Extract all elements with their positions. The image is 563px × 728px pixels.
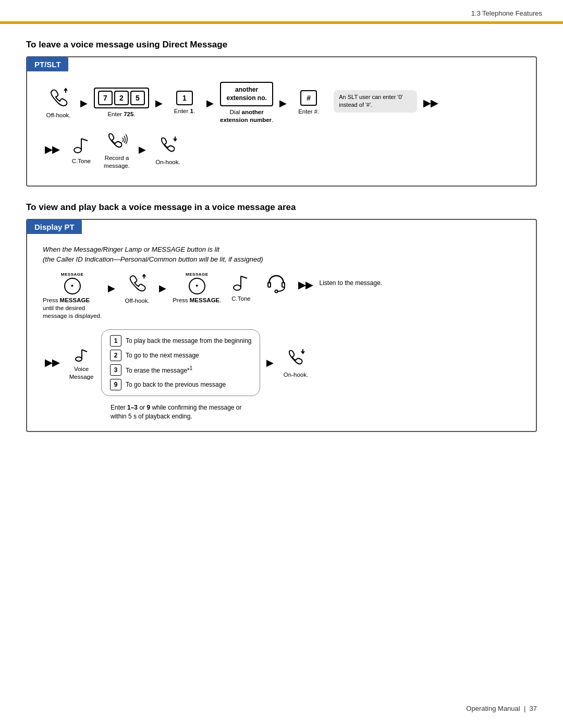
footer-text: Operating Manual [466, 705, 520, 712]
key-1-item: 1 Enter 1. [169, 91, 200, 115]
ctone-caption: C.Tone [72, 157, 91, 165]
msg-btn-2-item: MESSAGE ● Press MESSAGE. [173, 272, 221, 304]
flow-row-1: Off-hook. ▶ 7 2 5 Enter 725. ▶ [43, 82, 520, 124]
s2-flow-row-2: ▶▶ VoiceMessage 1 To play back the messa… [43, 329, 520, 396]
footer-page: 37 [530, 705, 537, 712]
record-caption: Record amessage. [104, 154, 130, 170]
voice-msg-item: VoiceMessage [66, 344, 97, 381]
num-box-9: 9 [110, 379, 121, 390]
hash-caption: Enter #. [298, 108, 319, 116]
voice-msg-caption: VoiceMessage [69, 365, 94, 381]
hash-box: # [300, 90, 317, 106]
msg-label-1: MESSAGE [61, 272, 84, 277]
s2-arrow-1: ▶ [108, 282, 115, 294]
italic-note: When the Message/Ringer Lamp or MESSAGE … [43, 244, 520, 265]
record-item: Record amessage. [101, 129, 132, 170]
dbl-arrow-1: ▶▶ [423, 97, 438, 109]
playback-options-box: 1 To play back the message from the begi… [101, 329, 260, 396]
msg-btn-1-caption: Press MESSAGEuntil the desiredmessage is… [43, 297, 102, 320]
display-pt-box: Display PT When the Message/Ringer Lamp … [26, 219, 537, 432]
msg-circle-2: ● [189, 278, 205, 294]
flow-row-2: ▶▶ C.Tone [43, 129, 520, 170]
num-box-3: 3 [110, 364, 121, 376]
playback-opt-1: 1 To play back the message from the begi… [110, 335, 251, 347]
num-box-1: 1 [110, 335, 121, 347]
listen-icon [265, 272, 288, 295]
svg-line-14 [82, 350, 87, 352]
section2-title: To view and play back a voice message in… [26, 202, 537, 213]
playback-opt-2: 2 To go to the next message [110, 350, 251, 361]
page-header: 1.3 Telephone Features [0, 0, 563, 23]
onhook-item-2: On-hook. [280, 346, 311, 379]
arrow-5: ▶ [139, 144, 146, 155]
arrow-2: ▶ [155, 97, 163, 109]
playback-opt-9-text: To go back to the previous message [126, 381, 226, 388]
ext-no-box: anotherextension no. [220, 82, 273, 106]
hash-item: # Enter #. [293, 90, 324, 116]
s2-offhook-item: Off-hook. [121, 272, 153, 305]
msg-circle-1: ● [64, 278, 81, 294]
keys-725: 7 2 5 [94, 88, 149, 108]
svg-point-12 [76, 357, 82, 361]
voice-msg-icon [72, 344, 91, 363]
off-hook-caption: Off-hook. [46, 112, 70, 119]
s2-flow-row-1: MESSAGE ● Press MESSAGEuntil the desired… [43, 272, 520, 320]
playback-opt-3: 3 To erase the message*1 [110, 364, 251, 376]
dbl-arrow-2: ▶▶ [45, 144, 59, 155]
listen-label-item: Listen to the message. [319, 279, 382, 287]
s2-offhook-icon [126, 272, 148, 295]
onhook-caption-2: On-hook. [284, 371, 308, 379]
svg-line-3 [81, 139, 88, 141]
ctone-icon [72, 134, 91, 155]
section1-title: To leave a voice message using Direct Me… [26, 40, 537, 50]
arrow-4: ▶ [279, 97, 287, 109]
playback-opt-9: 9 To go back to the previous message [110, 379, 251, 390]
arrow-1: ▶ [80, 97, 88, 109]
svg-point-6 [234, 285, 241, 290]
onhook-item-1: On-hook. [152, 133, 183, 166]
pt-slt-box: PT/SLT Off-hook. ▶ [26, 56, 537, 187]
key-1: 1 [176, 91, 193, 105]
on-hook-icon-1 [156, 133, 179, 156]
s2-ctone-icon [231, 272, 250, 293]
playback-opt-1-text: To play back the message from the beginn… [126, 337, 251, 344]
s2-offhook-caption: Off-hook. [125, 297, 150, 305]
off-hook-item: Off-hook. [43, 87, 74, 119]
playback-opt-2-text: To go to the next message [126, 352, 199, 359]
ext-no-item: anotherextension no. Dial anotherextensi… [220, 82, 273, 124]
keys-725-caption: Enter 725. [107, 110, 135, 118]
svg-point-11 [275, 290, 278, 292]
key-5: 5 [130, 91, 145, 105]
display-pt-label: Display PT [27, 220, 82, 234]
s2-ctone-item: C.Tone [225, 272, 256, 303]
keys-725-item: 7 2 5 Enter 725. [94, 88, 149, 118]
s2-arrow-2: ▶ [159, 282, 166, 294]
pt-slt-label: PT/SLT [27, 57, 68, 71]
listen-label: Listen to the message. [319, 279, 382, 287]
enter-note: Enter 1–3 or 9 while confirming the mess… [111, 403, 520, 421]
s2-arrow-3: ▶ [266, 357, 274, 368]
key-7: 7 [98, 91, 113, 105]
arrow-3: ▶ [206, 97, 214, 109]
svg-point-1 [74, 147, 81, 153]
listen-item [261, 272, 292, 297]
playback-opt-3-text: To erase the message*1 [126, 365, 192, 374]
num-box-2: 2 [110, 350, 121, 361]
msg-label-2: MESSAGE [186, 272, 209, 277]
on-hook-icon-2 [284, 346, 307, 369]
s2-dbl-arrow: ▶▶ [298, 279, 313, 291]
onhook-caption-1: On-hook. [155, 158, 180, 166]
page-footer: Operating Manual | 37 [466, 705, 537, 712]
s2-dbl-arrow-2: ▶▶ [45, 357, 59, 368]
ctone-item: C.Tone [66, 134, 97, 165]
section-label: 1.3 Telephone Features [471, 9, 542, 17]
msg-btn-1-item: MESSAGE ● Press MESSAGEuntil the desired… [43, 272, 102, 320]
off-hook-icon [47, 87, 70, 109]
svg-line-8 [241, 276, 247, 278]
key-2: 2 [114, 91, 129, 105]
key-1-caption: Enter 1. [174, 107, 195, 115]
ext-no-caption: Dial anotherextension number. [220, 108, 273, 124]
record-icon [104, 129, 130, 152]
msg-btn-2-caption: Press MESSAGE. [173, 297, 221, 304]
s2-ctone-caption: C.Tone [231, 295, 250, 303]
